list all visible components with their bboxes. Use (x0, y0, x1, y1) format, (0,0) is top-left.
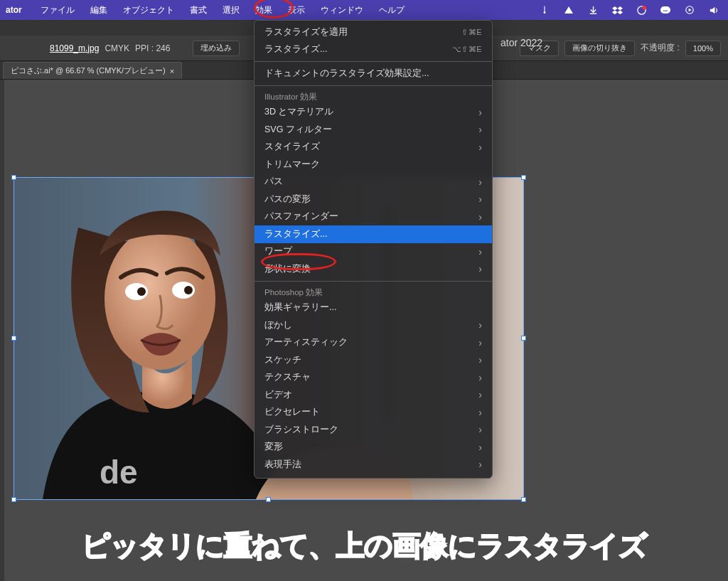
svg-point-20 (137, 287, 146, 296)
selection-handle[interactable] (521, 497, 526, 502)
selection-handle[interactable] (266, 497, 271, 502)
menu-select[interactable]: 選択 (220, 3, 242, 18)
menuitem-doc-raster-settings[interactable]: ドキュメントのラスタライズ効果設定... (255, 65, 492, 82)
svg-marker-4 (617, 6, 623, 10)
close-tab-icon[interactable]: × (170, 67, 174, 75)
shortcut-text: ⇧⌘E (461, 28, 482, 37)
opacity-label: 不透明度 : (641, 42, 680, 54)
menuitem-stylize[interactable]: スタイライズ (255, 139, 492, 156)
chevron-right-icon (478, 319, 482, 331)
menuitem-path[interactable]: パス (255, 174, 492, 191)
chevron-right-icon (478, 459, 482, 470)
menuitem-distort[interactable]: 変形 (255, 439, 492, 457)
svg-marker-6 (617, 10, 623, 14)
menuitem-artistic[interactable]: アーティスティック (255, 334, 492, 352)
svg-point-1 (544, 12, 545, 14)
cloud-icon[interactable] (563, 4, 574, 16)
notification-dot-icon[interactable] (636, 4, 647, 16)
dropbox-icon[interactable] (611, 4, 623, 16)
svg-marker-5 (612, 10, 618, 14)
chevron-right-icon (478, 407, 482, 418)
color-mode-readout: CMYK (105, 43, 129, 53)
menuitem-apply-last-effect[interactable]: ラスタライズを適用 ⇧⌘E (255, 23, 492, 41)
opacity-field[interactable]: 100% (685, 41, 721, 56)
svg-marker-3 (612, 6, 618, 10)
menu-window[interactable]: ウィンドウ (318, 3, 366, 18)
menuitem-sketch[interactable]: スケッチ (255, 351, 492, 369)
menu-view[interactable]: 表示 (285, 3, 308, 18)
menuitem-distort-transform[interactable]: パスの変形 (255, 191, 492, 208)
linked-file-name[interactable]: 81099_m.jpg (50, 43, 99, 53)
broadcast-icon[interactable] (539, 4, 550, 16)
annotation-caption: ピッタリに重ねて、上の画像にラスタライズ (0, 526, 728, 565)
menu-help[interactable]: ヘルプ (376, 3, 407, 18)
selection-handle[interactable] (521, 336, 526, 341)
line-icon[interactable]: ••• (660, 4, 671, 16)
selection-handle[interactable] (11, 336, 16, 341)
menu-section-photoshop: Photoshop 効果 (255, 284, 492, 299)
svg-point-8 (642, 5, 646, 9)
menu-type[interactable]: 書式 (187, 3, 210, 18)
chevron-right-icon (478, 176, 482, 188)
chevron-right-icon (478, 193, 482, 205)
window-title-fragment: ator 2022 (500, 37, 542, 48)
menu-section-illustrator: Illustrator 効果 (255, 89, 492, 104)
selection-handle[interactable] (521, 175, 526, 180)
selection-handle[interactable] (11, 497, 16, 502)
menu-separator (255, 61, 492, 62)
svg-text:•••: ••• (663, 9, 668, 13)
chevron-right-icon (478, 354, 482, 366)
chevron-right-icon (478, 337, 482, 348)
chevron-right-icon (478, 442, 482, 453)
selection-handle[interactable] (11, 175, 16, 180)
menuitem-video[interactable]: ビデオ (255, 386, 492, 404)
menuitem-stylize-ps[interactable]: 表現手法 (255, 456, 492, 474)
menuitem-pathfinder[interactable]: パスファインダー (255, 208, 492, 226)
download-icon[interactable] (587, 4, 599, 16)
menuitem-pixelate[interactable]: ピクセレート (255, 404, 492, 422)
chevron-right-icon (478, 107, 482, 118)
crop-image-button[interactable]: 画像の切り抜き (564, 41, 635, 56)
menuitem-brush-strokes[interactable]: ブラシストローク (255, 421, 492, 439)
chevron-right-icon (478, 142, 482, 153)
app-name-fragment: ator (0, 5, 28, 15)
svg-marker-12 (689, 9, 692, 11)
tool-dock-edge (0, 80, 4, 581)
menu-file[interactable]: ファイル (38, 3, 77, 18)
menuitem-texture[interactable]: テクスチャ (255, 369, 492, 387)
chevron-right-icon (478, 263, 482, 274)
svg-point-21 (184, 286, 193, 294)
shortcut-text: ⌥⇧⌘E (452, 45, 482, 54)
menu-edit[interactable]: 編集 (87, 3, 110, 18)
chevron-right-icon (478, 389, 482, 400)
document-tab[interactable]: ピコさぶ.ai* @ 66.67 % (CMYK/プレビュー) × (3, 62, 182, 79)
document-tab-label: ピコさぶ.ai* @ 66.67 % (CMYK/プレビュー) (11, 65, 166, 76)
menuitem-warp[interactable]: ワープ (255, 243, 492, 261)
menuitem-effect-gallery[interactable]: 効果ギャラリー... (255, 299, 492, 317)
menuitem-svg-filters[interactable]: SVG フィルター (255, 121, 492, 139)
menuitem-3d-materials[interactable]: 3D とマテリアル (255, 104, 492, 122)
menu-separator (255, 281, 492, 282)
menubar-extras: ••• (539, 4, 728, 16)
menuitem-last-effect[interactable]: ラスタライズ... ⌥⇧⌘E (255, 41, 492, 59)
volume-icon[interactable] (708, 4, 719, 16)
svg-marker-13 (710, 6, 714, 13)
embed-button[interactable]: 埋め込み (193, 41, 240, 56)
effect-menu-dropdown: ラスタライズを適用 ⇧⌘E ラスタライズ... ⌥⇧⌘E ドキュメントのラスタラ… (254, 20, 493, 479)
svg-text:de: de (100, 454, 138, 491)
menuitem-blur[interactable]: ぼかし (255, 316, 492, 334)
menu-object[interactable]: オブジェクト (120, 3, 177, 18)
menuitem-convert-to-shape[interactable]: 形状に変換 (255, 260, 492, 278)
menubar: ator ファイル 編集 オブジェクト 書式 選択 効果 表示 ウィンドウ ヘル… (0, 0, 728, 20)
chevron-right-icon (478, 372, 482, 383)
chevron-right-icon (478, 246, 482, 257)
chevron-right-icon (478, 124, 482, 135)
menu-effect[interactable]: 効果 (252, 3, 275, 18)
menu-separator (255, 85, 492, 86)
chevron-right-icon (478, 424, 482, 435)
chevron-right-icon (478, 211, 482, 223)
menuitem-trim-marks[interactable]: トリムマーク (255, 156, 492, 174)
play-icon[interactable] (684, 4, 695, 16)
svg-marker-2 (564, 6, 573, 14)
menuitem-rasterize[interactable]: ラスタライズ... (255, 225, 492, 243)
